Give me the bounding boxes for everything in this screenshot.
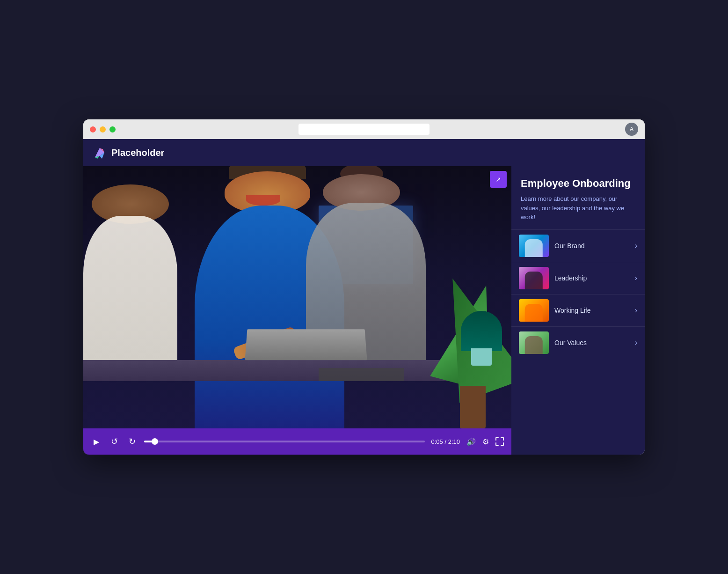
playlist-thumb-leadership [519,267,549,289]
playlist-item-our-values[interactable]: Our Values › [511,326,645,359]
address-bar[interactable] [298,124,430,135]
play-icon: ▶ [94,437,99,446]
expand-button[interactable]: ↗ [490,171,507,188]
play-button[interactable]: ▶ [91,436,102,447]
browser-window: A Placeholder [83,119,645,455]
playlist-item-our-brand[interactable]: Our Brand › [511,229,645,262]
chevron-right-icon-leadership: › [635,274,637,282]
playlist-label-our-brand: Our Brand [554,242,629,250]
progress-fill [144,441,155,442]
video-section: ↗ ▶ ↺ ↻ [83,166,511,455]
expand-icon: ↗ [495,176,501,183]
minimize-button[interactable] [100,126,106,132]
sidebar-title: Employee Onboarding [521,177,635,190]
profile-initial: A [630,126,633,132]
playlist-label-our-values: Our Values [554,339,629,346]
keyboard-element [319,368,404,381]
sidebar: Employee Onboarding Learn more about our… [511,166,645,455]
playlist-thumb-working-life [519,299,549,322]
rewind-icon: ↺ [111,436,118,447]
profile-avatar[interactable]: A [625,123,638,136]
playlist-thumb-our-values [519,331,549,354]
volume-icon: 🔊 [466,437,476,446]
app-container: Placeholder [83,139,645,455]
thumb-figure-working [525,304,543,322]
sidebar-header: Employee Onboarding Learn more about our… [511,166,645,229]
plant-pot [460,386,486,428]
plant2-pot [471,348,492,366]
playlist-item-leadership[interactable]: Leadership › [511,262,645,294]
app-logo-icon [93,146,107,160]
forward-icon: ↻ [129,436,136,447]
chevron-right-icon-brand: › [635,242,637,250]
forward-button[interactable]: ↻ [126,436,138,447]
time-separator: / [444,438,448,445]
close-button[interactable] [90,126,96,132]
maximize-button[interactable] [109,126,116,132]
thumb-figure-leadership [525,272,543,289]
chevron-right-icon-values: › [635,339,637,347]
progress-handle[interactable] [152,438,158,445]
volume-button[interactable]: 🔊 [466,437,476,446]
time-display: 0:05 / 2:10 [431,438,460,445]
playlist-thumb-our-brand [519,235,549,257]
total-time: 2:10 [448,438,460,445]
sidebar-description: Learn more about our company, our values… [521,194,635,222]
playlist-label-working-life: Working Life [554,307,629,314]
playlist-item-working-life[interactable]: Working Life › [511,294,645,326]
plant-small [464,308,498,365]
video-display[interactable]: ↗ [83,166,511,428]
settings-icon: ⚙ [482,437,489,446]
app-title: Placeholder [111,147,164,158]
video-controls-bar: ▶ ↺ ↻ [83,428,511,455]
app-header: Placeholder [83,139,645,166]
thumb-figure-values [525,336,543,354]
rewind-button[interactable]: ↺ [109,436,120,447]
playlist-label-leadership: Leadership [554,274,629,282]
main-content: ↗ ▶ ↺ ↻ [83,166,645,455]
playlist: Our Brand › Leadership › [511,229,645,455]
chevron-right-icon-working: › [635,306,637,315]
settings-button[interactable]: ⚙ [482,437,489,446]
fullscreen-icon [495,437,504,446]
person1-body [83,216,177,360]
laptop-element [245,329,367,360]
thumb-figure-brand [525,239,543,257]
current-time: 0:05 [431,438,443,445]
fullscreen-button[interactable] [495,437,504,446]
progress-bar[interactable] [144,441,425,442]
browser-titlebar: A [83,119,645,139]
person2-smile [246,195,280,206]
plant2-leaves [461,311,502,351]
